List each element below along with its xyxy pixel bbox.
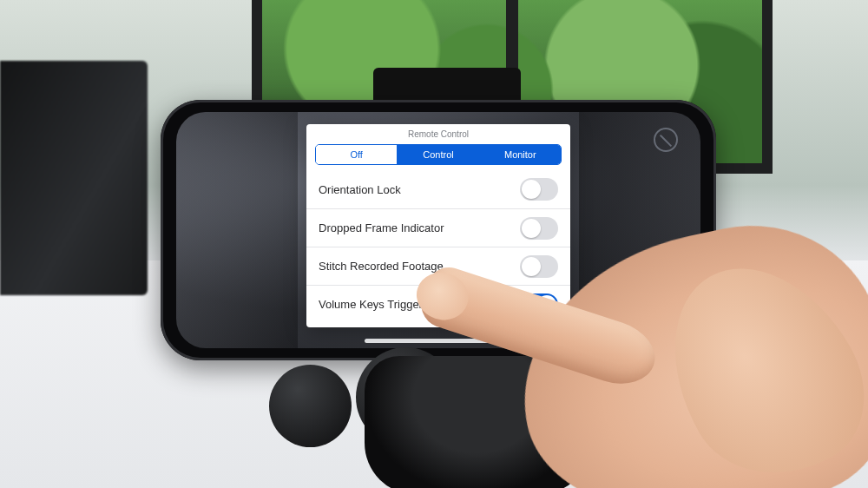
phone-mount-clip: [373, 68, 521, 102]
row-stitch-footage: Stitch Recorded Footage: [306, 247, 570, 285]
settings-panel: Remote Control Off Control Monitor Orien…: [306, 124, 570, 327]
phone-screen: Remote Control Off Control Monitor Orien…: [176, 112, 700, 348]
camera-lens: [269, 365, 352, 447]
toggle-orientation-lock[interactable]: [520, 178, 558, 201]
toggle-stitch-footage[interactable]: [520, 255, 558, 278]
row-label: Stitch Recorded Footage: [319, 260, 444, 273]
toggle-volume-keys[interactable]: [520, 293, 558, 316]
smartphone: Remote Control Off Control Monitor Orien…: [161, 100, 716, 360]
row-dropped-frame: Dropped Frame Indicator: [306, 208, 570, 247]
segmented-control: Off Control Monitor: [315, 144, 562, 165]
tripod-head: [365, 356, 590, 488]
row-label: Orientation Lock: [319, 183, 401, 196]
segment-off[interactable]: Off: [316, 145, 397, 164]
camera-ui-left: [176, 112, 298, 348]
scene-photo: Remote Control Off Control Monitor Orien…: [0, 0, 868, 488]
row-volume-keys: Volume Keys Trigger Recording: [306, 285, 570, 323]
row-label: Dropped Frame Indicator: [319, 221, 444, 234]
row-label: Volume Keys Trigger Recording: [319, 298, 477, 311]
shutter-button[interactable]: [635, 282, 683, 331]
no-entry-icon: [654, 128, 678, 152]
segment-control[interactable]: Control: [397, 145, 478, 164]
background-monitor: [0, 61, 148, 295]
segment-monitor[interactable]: Monitor: [479, 145, 561, 164]
settings-rows: Orientation Lock Dropped Frame Indicator…: [306, 167, 570, 327]
row-orientation-lock: Orientation Lock: [306, 170, 570, 208]
toggle-dropped-frame[interactable]: [520, 217, 558, 240]
home-indicator[interactable]: [365, 339, 512, 343]
panel-title: Remote Control: [306, 124, 570, 142]
